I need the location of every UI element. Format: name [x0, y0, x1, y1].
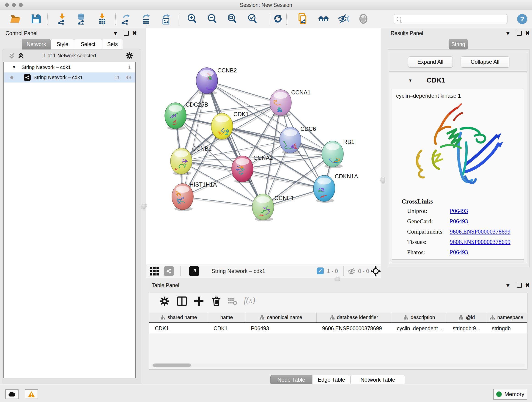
left-vertical-splitter[interactable] — [142, 28, 146, 384]
table-cell[interactable]: CDK1 — [208, 323, 245, 333]
export-network-icon[interactable] — [120, 13, 132, 25]
control-panel-dock-icon[interactable] — [124, 31, 129, 36]
warning-icon — [28, 391, 35, 397]
vertical-splitter[interactable] — [381, 28, 385, 281]
column-header-shared-name[interactable]: shared name — [149, 313, 208, 322]
results-panel-dock-icon[interactable] — [517, 31, 522, 36]
network-edge[interactable] — [207, 81, 281, 103]
main-toolbar: ? — [0, 10, 532, 28]
cloud-status-button[interactable] — [5, 389, 19, 399]
network-row[interactable]: String Network – cdk1 11 48 — [4, 72, 135, 83]
network-node-RB1[interactable]: RB1 — [322, 139, 355, 168]
network-edge[interactable] — [207, 81, 263, 207]
zoom-selected-icon[interactable] — [247, 13, 258, 25]
column-header-description[interactable]: description — [391, 313, 447, 322]
tab-network[interactable]: Network — [22, 39, 51, 50]
results-hscrollbar[interactable] — [392, 261, 524, 263]
clone-network-icon[interactable] — [297, 13, 308, 25]
collapse-all-button[interactable]: Collapse All — [461, 56, 509, 67]
table-cell[interactable]: CDK1 — [149, 323, 208, 333]
show-columns-icon[interactable] — [176, 295, 188, 307]
table-gear-icon[interactable] — [158, 295, 171, 307]
table-panel-float-icon[interactable]: ▼ — [505, 283, 511, 288]
control-panel-float-icon[interactable]: ▼ — [113, 31, 118, 36]
network-node-CDKN1A[interactable]: CDKN1A — [313, 173, 358, 203]
string-share-icon[interactable] — [164, 266, 174, 276]
table-cell[interactable]: cyclin–dependent ... — [391, 323, 447, 333]
network-node-CDK1[interactable]: CDK1 — [211, 111, 249, 140]
function-builder-icon[interactable]: f(x) — [244, 295, 255, 305]
table-hscrollbar-thumb[interactable] — [153, 364, 191, 367]
create-column-icon[interactable] — [193, 295, 205, 307]
table-cell[interactable]: P06493 — [245, 323, 317, 333]
houses-icon[interactable] — [318, 13, 329, 25]
column-header--id[interactable]: @id — [447, 313, 486, 322]
import-table-icon[interactable] — [96, 13, 108, 25]
tab-edge-table[interactable]: Edge Table — [312, 375, 351, 385]
column-header-namespace[interactable]: namespace — [486, 313, 527, 322]
node-label: CDKN1A — [335, 173, 358, 179]
network-node-CCNB1[interactable]: CCNB1 — [171, 145, 212, 175]
delete-column-icon[interactable] — [210, 295, 222, 307]
results-panel-float-icon[interactable]: ▼ — [505, 31, 511, 36]
control-panel-close-icon[interactable]: ✖ — [133, 31, 137, 36]
network-node-HIST1H1A[interactable]: HIST1H1A — [172, 181, 217, 211]
warning-status-button[interactable] — [25, 389, 38, 399]
expand-all-button[interactable]: Expand All — [408, 56, 453, 67]
graphics-details-icon[interactable] — [358, 13, 369, 25]
crosslink-pharos-link[interactable]: P06493 — [450, 249, 468, 256]
help-icon[interactable]: ? — [517, 14, 527, 24]
horizontal-splitter[interactable] — [146, 278, 381, 281]
refresh-icon[interactable] — [272, 13, 284, 25]
zoom-in-icon[interactable] — [186, 13, 198, 25]
string-network-graph[interactable]: CCNB2CCNA1CDC25BCDK1CDC6RB1CCNB1CCNA2CDK… — [146, 28, 381, 264]
crosslink-uniprot-link[interactable]: P06493 — [450, 208, 468, 215]
column-header-canonical-name[interactable]: canonical name — [245, 313, 317, 322]
import-network-file-icon[interactable] — [56, 13, 68, 25]
export-image-icon[interactable] — [160, 13, 172, 25]
collection-expand-triangle[interactable]: ▼ — [12, 65, 16, 70]
network-node-CCNB2[interactable]: CCNB2 — [196, 67, 237, 95]
crosslink-compartments-link[interactable]: 9606.ENSP00000378699 — [450, 228, 510, 235]
results-panel-close-icon[interactable]: ✖ — [525, 31, 530, 36]
crosslinks-title: CrossLinks — [402, 198, 433, 205]
cdk1-collapse-triangle[interactable]: ▼ — [408, 78, 412, 83]
tab-select[interactable]: Select — [74, 39, 102, 50]
window-title: Session: New Session — [0, 2, 532, 8]
tab-network-table[interactable]: Network Table — [351, 375, 405, 385]
table-hscrollbar-track[interactable] — [151, 364, 525, 367]
network-node-CCNE1[interactable]: CCNE1 — [252, 194, 294, 221]
birds-eye-view-icon[interactable] — [150, 266, 159, 276]
network-edge[interactable] — [183, 197, 263, 207]
export-table-icon[interactable] — [140, 13, 152, 25]
selected-nodes-checkbox[interactable]: ✓ — [317, 268, 324, 274]
network-canvas[interactable]: CCNB2CCNA1CDC25BCDK1CDC6RB1CCNB1CCNA2CDK… — [146, 28, 381, 264]
table-cell[interactable]: stringdb — [486, 323, 527, 333]
crosslink-tissues-link[interactable]: 9606.ENSP00000378699 — [450, 239, 510, 245]
open-view-in-window-icon[interactable] — [189, 266, 199, 276]
crosslink-genecard-link[interactable]: P06493 — [450, 218, 468, 225]
table-cell[interactable]: stringdb:9... — [447, 323, 486, 333]
table-cell[interactable]: 9606.ENSP00000378699 — [317, 323, 391, 333]
search-input[interactable] — [394, 14, 507, 24]
open-session-icon[interactable] — [10, 13, 21, 25]
table-panel-close-icon[interactable]: ✖ — [525, 283, 530, 288]
table-row[interactable]: CDK1CDK1P064939606.ENSP00000378699cyclin… — [149, 323, 527, 333]
delete-table-icon[interactable] — [226, 295, 238, 307]
network-options-gear-icon[interactable] — [125, 51, 134, 60]
save-session-icon[interactable] — [30, 13, 42, 25]
tab-node-table[interactable]: Node Table — [270, 375, 312, 385]
table-panel-dock-icon[interactable] — [517, 283, 522, 288]
tab-string-results[interactable]: String — [449, 39, 468, 50]
zoom-fit-icon[interactable] — [226, 13, 238, 25]
network-collection-row[interactable]: ▼ String Network – cdk1 1 — [4, 62, 135, 72]
tab-style[interactable]: Style — [51, 39, 74, 50]
column-header-database-identifier[interactable]: database identifier — [317, 313, 391, 322]
import-network-database-icon[interactable] — [75, 13, 87, 25]
tab-sets[interactable]: Sets — [102, 39, 123, 50]
column-header-name[interactable]: name — [208, 313, 245, 322]
fit-content-crosshair-icon[interactable] — [370, 266, 381, 276]
memory-button[interactable]: Memory — [493, 389, 527, 400]
hide-eye-icon[interactable] — [338, 13, 349, 25]
zoom-out-icon[interactable] — [206, 13, 218, 25]
